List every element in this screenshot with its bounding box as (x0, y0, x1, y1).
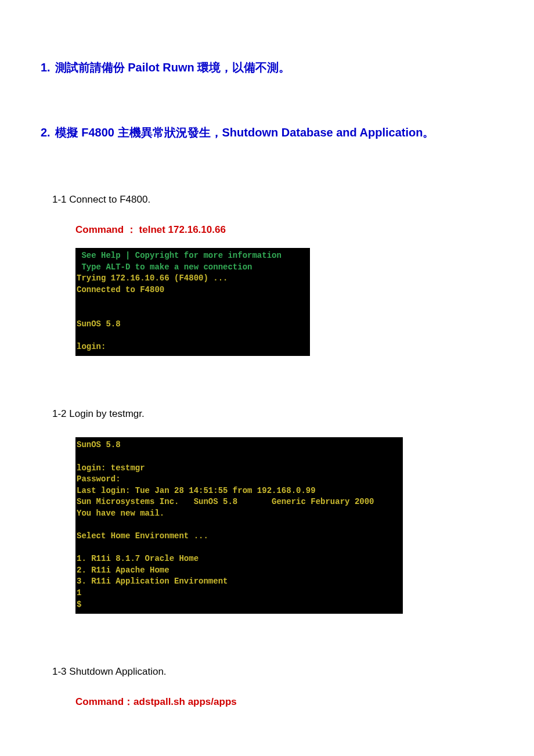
step-1-2-label: 1-2 Login by testmgr. (52, 408, 493, 420)
step-1-1-label: 1-1 Connect to F4800. (52, 194, 493, 206)
terminal-screenshot-2: SunOS 5.8 login: testmgr Password: Last … (75, 437, 403, 614)
document-page: 1.測試前請備份 Pailot Ruwn 環境，以備不測。 2.模擬 F4800… (0, 0, 534, 743)
heading-1: 1.測試前請備份 Pailot Ruwn 環境，以備不測。 (41, 58, 493, 77)
heading-2-text: 模擬 F4800 主機異常狀況發生，Shutdown Database and … (55, 126, 435, 139)
step-1-1-command: Command ： telnet 172.16.10.66 (75, 223, 493, 236)
heading-1-text: 測試前請備份 Pailot Ruwn 環境，以備不測。 (55, 61, 291, 74)
step-1-3-label: 1-3 Shutdown Application. (52, 666, 493, 678)
heading-1-num: 1. (41, 61, 50, 74)
heading-2-num: 2. (41, 126, 50, 139)
heading-2: 2.模擬 F4800 主機異常狀況發生，Shutdown Database an… (41, 123, 493, 142)
terminal-screenshot-1: See Help | Copyright for more informatio… (75, 248, 310, 356)
step-1-3-command: Command：adstpall.sh apps/apps (75, 695, 493, 708)
